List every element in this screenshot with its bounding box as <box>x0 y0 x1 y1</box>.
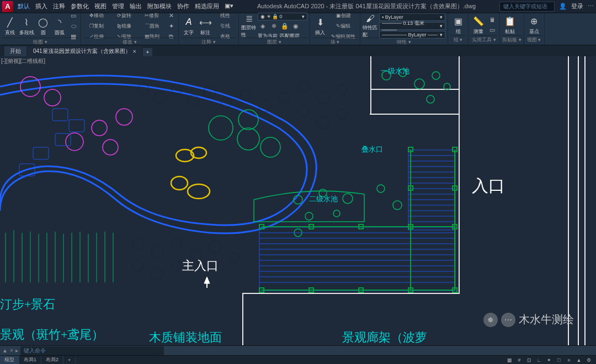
app-icon[interactable]: A <box>2 1 13 12</box>
layer-dropdown[interactable]: ◉ ☀ 🔒 0▾ <box>258 13 307 20</box>
tool-leader[interactable]: 引线 <box>214 21 236 31</box>
login-link[interactable]: 登录 <box>571 2 583 10</box>
status-gear-icon[interactable]: ⚙ <box>585 356 593 364</box>
menu-insert[interactable]: 插入 <box>35 2 47 10</box>
status-anno-icon[interactable]: ▲ <box>575 356 583 364</box>
match-icon: 🖌 <box>364 14 377 24</box>
group-icon: ▣ <box>451 14 465 28</box>
circle-icon: ◯ <box>36 15 50 29</box>
command-input[interactable]: 键入命令 <box>20 346 164 355</box>
tool-group[interactable]: ▣组 <box>450 14 466 35</box>
tool-layer-props[interactable]: ≣图层特性 <box>241 15 257 36</box>
label-stepping: 汀步+景石 <box>0 296 55 313</box>
tool-polyline[interactable]: ⌇多段线 <box>19 15 34 36</box>
status-model-icon[interactable]: ▦ <box>505 356 513 364</box>
svg-point-106 <box>151 246 163 258</box>
tool-text[interactable]: A文字 <box>181 15 196 36</box>
help-search[interactable]: 键入关键字或短语 <box>499 2 555 12</box>
tool-base[interactable]: ⊕基点 <box>526 14 542 35</box>
status-snap-icon[interactable]: ⊡ <box>525 356 533 364</box>
status-ortho-icon[interactable]: ∟ <box>535 356 543 364</box>
status-polar-icon[interactable]: ✦ <box>545 356 553 364</box>
layer-lock-icon[interactable]: 🔒 <box>280 22 290 31</box>
menu-expand-icon[interactable]: ▣▾ <box>225 2 233 10</box>
cmd-history-icon[interactable]: ▲ <box>2 347 8 354</box>
tool-fillet[interactable]: ⌒ 圆角 <box>139 21 165 31</box>
tool-copy[interactable]: ❐ 复制 <box>83 21 110 31</box>
label-pool2: 二级水池 <box>309 194 338 204</box>
tool-block-insert[interactable]: ⬇插入 <box>312 15 328 36</box>
svg-point-101 <box>337 84 347 94</box>
tool-line[interactable]: ╱直线 <box>2 15 18 36</box>
tool-circle[interactable]: ◯圆 <box>35 15 51 36</box>
status-grid-icon[interactable]: # <box>515 356 523 364</box>
panel-label-block: 块 ▾ <box>312 38 358 46</box>
tab-start[interactable]: 开始 <box>4 46 26 56</box>
svg-point-113 <box>172 261 182 271</box>
menu-featured[interactable]: 精选应用 <box>195 2 219 10</box>
svg-point-8 <box>333 210 340 217</box>
tool-match-props[interactable]: 🖌特性匹配 <box>363 15 378 36</box>
tool-rect-icon[interactable]: ▭ <box>68 10 78 20</box>
menu-addins[interactable]: 附加模块 <box>147 2 172 10</box>
menu-view[interactable]: 视图 <box>94 2 107 10</box>
layer-off-icon[interactable]: ◉ <box>291 22 301 31</box>
tool-mirror[interactable]: ⧎ 镜像 <box>111 21 137 31</box>
panel-label-modify: 修改 ▾ <box>83 38 176 46</box>
tool-trim[interactable]: ✂ 修剪 <box>139 10 165 20</box>
tab-new[interactable]: + <box>143 48 153 56</box>
panel-label-annot: 注释 ▾ <box>181 38 236 46</box>
layer-freeze-icon[interactable]: ❄ <box>269 22 279 31</box>
overflow-icon[interactable]: ⋯ <box>588 3 594 10</box>
status-osnap-icon[interactable]: □ <box>555 356 563 364</box>
user-icon[interactable]: 👤 <box>559 3 567 10</box>
tool-arc[interactable]: ◝圆弧 <box>52 15 67 36</box>
svg-point-41 <box>103 140 118 155</box>
status-tab-layout2[interactable]: 布局2 <box>41 356 63 364</box>
status-lwt-icon[interactable]: ≡ <box>565 356 573 364</box>
panel-draw: ╱直线 ⌇多段线 ◯圆 ◝圆弧 ▭ ⬭ ▦ 绘图 ▾ <box>0 13 81 45</box>
tool-block-edit[interactable]: ✎ 编辑 <box>329 21 358 31</box>
status-tab-model[interactable]: 模型 <box>0 356 19 364</box>
status-tab-add[interactable]: + <box>63 357 76 363</box>
panel-utilities: 📏测量 🖩 ▭ 实用工具 ▾ <box>469 13 500 45</box>
svg-rect-42 <box>408 150 455 230</box>
panel-properties: 🖌特性匹配 ▪ ByLayer▾ ———— 0.13 毫米 ———▾ —————… <box>360 13 448 45</box>
drawing-canvas[interactable]: [-][俯视][二维线框] <box>0 56 596 349</box>
menu-manage[interactable]: 管理 <box>112 2 124 10</box>
tool-select-icon[interactable]: ▭ <box>487 25 497 35</box>
tool-calc-icon[interactable]: 🖩 <box>487 15 497 25</box>
tool-linear[interactable]: 线性 <box>214 10 236 20</box>
watermark: ✵ ⋯ 木水牛测绘 <box>483 312 574 327</box>
tool-explode-icon[interactable]: ✦ <box>166 21 176 31</box>
menu-default[interactable]: 默认 <box>18 2 30 10</box>
menu-output[interactable]: 输出 <box>130 2 142 10</box>
tool-erase-icon[interactable]: ✕ <box>166 10 176 20</box>
panel-view: ⊕基点 视图 ▾ <box>524 13 545 45</box>
menu-parametric[interactable]: 参数化 <box>71 2 89 10</box>
svg-point-96 <box>240 89 251 100</box>
menu-collab[interactable]: 协作 <box>177 2 189 10</box>
tool-measure[interactable]: 📏测量 <box>471 14 486 35</box>
layer-iso-icon[interactable]: ◈ <box>258 22 268 31</box>
tool-rotate[interactable]: ⟳ 旋转 <box>111 10 137 20</box>
svg-point-105 <box>132 238 143 249</box>
tool-dimension[interactable]: ⟷标注 <box>198 15 213 36</box>
svg-point-98 <box>279 92 290 103</box>
label-planting: 景观（斑竹+鸢尾） <box>0 326 104 343</box>
tool-block-create[interactable]: ▣ 创建 <box>329 10 358 20</box>
cmd-prompt: ▸ <box>15 347 18 354</box>
menu-annotate[interactable]: 注释 <box>53 2 65 10</box>
cmd-close-icon[interactable]: × <box>10 347 13 354</box>
wechat-dots-icon: ⋯ <box>501 313 515 327</box>
tab-file[interactable]: 041屋顶花园景观设计方案（含效果图）× <box>28 46 142 56</box>
label-paving: 木质铺装地面 <box>149 329 222 346</box>
close-icon[interactable]: × <box>133 49 136 55</box>
tool-ellipse-icon[interactable]: ⬭ <box>68 21 78 31</box>
svg-point-109 <box>209 240 221 253</box>
tool-paste[interactable]: 📋粘贴 <box>502 14 518 35</box>
insert-icon: ⬇ <box>313 15 327 29</box>
lineweight-dropdown[interactable]: ———— 0.13 毫米 ———▾ <box>379 22 445 30</box>
status-tab-layout1[interactable]: 布局1 <box>19 356 41 364</box>
tool-move[interactable]: ✥ 移动 <box>83 10 110 20</box>
